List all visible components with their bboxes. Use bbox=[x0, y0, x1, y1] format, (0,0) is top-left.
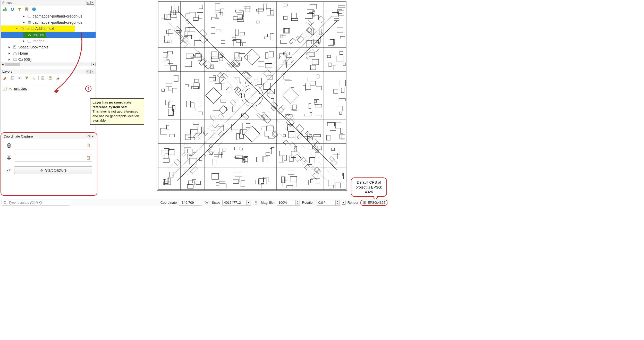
project-crs-button[interactable]: EPSG:4326 bbox=[360, 200, 387, 206]
browser-header: Browser ❐ ✕ bbox=[1, 0, 96, 5]
coord-map-input[interactable]: 📋 bbox=[15, 154, 92, 162]
book-icon bbox=[13, 45, 17, 49]
rotation-spinner[interactable]: ▲▼ bbox=[336, 200, 340, 206]
refresh-icon[interactable] bbox=[10, 6, 15, 12]
tree-item[interactable]: ▼LaddsAddition.dxf bbox=[1, 26, 96, 32]
db-icon bbox=[20, 26, 24, 31]
search-icon bbox=[3, 201, 7, 205]
svg-rect-10 bbox=[14, 46, 15, 47]
map-canvas[interactable] bbox=[157, 0, 347, 191]
tree-item[interactable]: ▶Home bbox=[1, 50, 96, 56]
coord-close-button[interactable]: ✕ bbox=[91, 135, 94, 138]
svg-rect-21 bbox=[57, 78, 59, 79]
tree-toggle[interactable]: ▶ bbox=[23, 21, 26, 24]
coordinate-capture-panel: Coordinate Capture ❐ ✕ 📋 📋 Start Capture bbox=[2, 134, 96, 194]
coord-header: Coordinate Capture ❐ ✕ bbox=[2, 134, 96, 139]
tree-item[interactable]: entities bbox=[1, 32, 96, 38]
expression-icon[interactable]: ε▾ bbox=[31, 75, 37, 81]
grid-icon[interactable] bbox=[6, 155, 12, 161]
lock-icon[interactable] bbox=[253, 200, 259, 206]
filter-icon[interactable] bbox=[24, 75, 30, 81]
browser-title: Browser bbox=[2, 1, 86, 5]
layers-toolbar: ε▾ bbox=[1, 74, 96, 82]
tree-item[interactable]: ▶Spatial Bookmarks bbox=[1, 44, 96, 50]
tree-item[interactable]: ▶C:\ (OS) bbox=[1, 56, 96, 62]
tree-toggle[interactable]: ▶ bbox=[23, 15, 26, 18]
crs-picker-icon[interactable] bbox=[6, 142, 12, 149]
tree-toggle[interactable]: ▶ bbox=[9, 52, 12, 55]
filter-icon[interactable] bbox=[17, 6, 22, 12]
render-checkbox[interactable]: ✔ bbox=[342, 201, 345, 205]
tree-item[interactable]: ▶images bbox=[1, 38, 96, 44]
svg-rect-493 bbox=[255, 202, 257, 204]
collapse-icon[interactable] bbox=[47, 75, 53, 81]
tree-item-label: Spatial Bookmarks bbox=[18, 45, 48, 49]
svg-rect-11 bbox=[13, 59, 17, 61]
crs-warning-indicator[interactable]: ? bbox=[85, 86, 91, 92]
scroll-track[interactable] bbox=[5, 63, 91, 66]
start-capture-label: Start Capture bbox=[45, 168, 66, 172]
tracking-icon[interactable] bbox=[6, 167, 12, 174]
tree-toggle[interactable]: ▼ bbox=[16, 27, 19, 30]
locator-input[interactable]: Type to locate (Ctrl+K) bbox=[2, 200, 70, 206]
svg-rect-15 bbox=[11, 76, 14, 79]
tree-toggle[interactable]: ▶ bbox=[23, 40, 26, 42]
browser-close-button[interactable]: ✕ bbox=[90, 1, 94, 5]
layer-row-entities[interactable]: ✔ entities bbox=[1, 85, 96, 92]
scale-label: Scale bbox=[212, 201, 220, 205]
magnifier-spinner[interactable]: ▲▼ bbox=[296, 200, 300, 206]
separator bbox=[38, 76, 39, 80]
coordinate-value-input[interactable]: -349,709 bbox=[179, 200, 202, 206]
tree-item-label: Home bbox=[18, 51, 28, 55]
toggle-extents-icon[interactable] bbox=[204, 200, 210, 206]
layer-visibility-checkbox[interactable]: ✔ bbox=[3, 87, 6, 90]
svg-point-23 bbox=[12, 90, 12, 90]
browser-tree[interactable]: ▶cadmapper-portland-oregon-us▶cadmapper-… bbox=[1, 13, 96, 62]
tree-toggle[interactable]: ▶ bbox=[9, 58, 12, 61]
add-group-icon[interactable] bbox=[10, 75, 15, 81]
svg-point-7 bbox=[28, 36, 29, 36]
rotation-input[interactable]: 0.0 ° bbox=[317, 200, 336, 206]
layers-panel: Layers ❐ ✕ ε▾ bbox=[1, 69, 96, 85]
remove-icon[interactable] bbox=[55, 75, 60, 81]
tree-toggle[interactable]: ▶ bbox=[9, 46, 12, 48]
scroll-left-button[interactable]: ◄ bbox=[1, 63, 5, 66]
scale-input[interactable]: 401547712 bbox=[222, 200, 247, 206]
visibility-icon[interactable] bbox=[17, 75, 22, 81]
style-icon[interactable] bbox=[2, 75, 8, 81]
status-bar: Type to locate (Ctrl+K) Coordinate -349,… bbox=[0, 199, 389, 206]
drive-icon bbox=[13, 57, 17, 62]
expand-icon[interactable] bbox=[40, 75, 46, 81]
copy-icon[interactable]: 📋 bbox=[86, 156, 90, 160]
tree-item-label: cadmapper-portland-oregon-us bbox=[33, 14, 82, 18]
layer-name: entities bbox=[14, 87, 27, 91]
svg-rect-25 bbox=[7, 156, 11, 160]
browser-panel: Browser ❐ ✕ i ▶cadmapper-portland-oregon… bbox=[1, 0, 96, 69]
layers-body: ✔ entities ? bbox=[1, 85, 96, 132]
collapse-icon[interactable] bbox=[24, 6, 30, 12]
coord-restore-button[interactable]: ❐ bbox=[87, 135, 90, 138]
start-capture-button[interactable]: Start Capture bbox=[14, 166, 92, 174]
tree-item-label: LaddsAddition.dxf bbox=[26, 27, 54, 31]
svg-rect-0 bbox=[3, 9, 6, 11]
rotation-label: Rotation bbox=[302, 201, 314, 205]
tooltip-body: This layer is not georeferenced and has … bbox=[92, 109, 142, 123]
scroll-thumb[interactable] bbox=[5, 63, 20, 66]
scale-dropdown-button[interactable]: ▼ bbox=[247, 200, 251, 206]
add-layer-icon[interactable] bbox=[2, 6, 8, 12]
info-icon[interactable]: i bbox=[31, 6, 37, 12]
copy-icon[interactable]: 📋 bbox=[86, 143, 90, 147]
layers-restore-button[interactable]: ❐ bbox=[87, 70, 90, 73]
folder-icon bbox=[27, 14, 32, 19]
svg-point-8 bbox=[30, 36, 31, 36]
browser-hscroll[interactable]: ◄ ► bbox=[1, 62, 96, 66]
magnifier-input[interactable]: 100% bbox=[277, 200, 296, 206]
line-layer-icon bbox=[8, 86, 13, 91]
layers-close-button[interactable]: ✕ bbox=[90, 70, 94, 73]
tree-item[interactable]: ▶cadmapper-portland-oregon-us bbox=[1, 13, 96, 19]
tree-item[interactable]: ▶cadmapper-portland-oregon-us bbox=[1, 19, 96, 26]
coord-crs-input[interactable]: 📋 bbox=[15, 142, 92, 149]
svg-line-492 bbox=[6, 203, 7, 204]
scroll-right-button[interactable]: ► bbox=[91, 63, 96, 66]
browser-restore-button[interactable]: ❐ bbox=[87, 1, 90, 5]
